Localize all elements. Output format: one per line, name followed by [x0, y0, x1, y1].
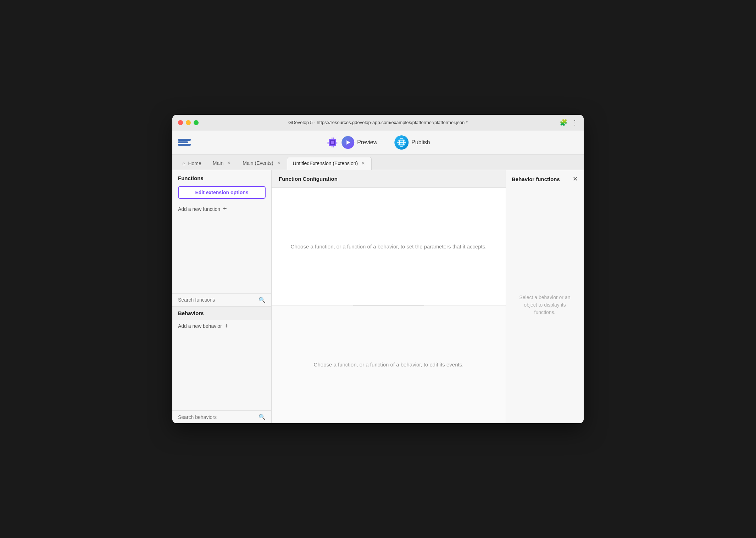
tab-main-events[interactable]: Main (Events) ✕ — [237, 157, 287, 170]
function-config-empty: Choose a function, or a function of a be… — [272, 188, 506, 306]
right-panel-empty-text: Select a behavior or an object to displa… — [513, 294, 577, 316]
search-behaviors-input[interactable] — [178, 414, 259, 420]
extensions-icon[interactable]: 🧩 — [560, 119, 567, 127]
center-content: Function Configuration Choose a function… — [272, 170, 506, 423]
publish-button[interactable]: Publish — [390, 133, 434, 152]
search-functions-input[interactable] — [178, 297, 259, 303]
toolbar: Preview Publish — [172, 130, 584, 155]
add-behavior-label: Add a new behavior — [178, 323, 222, 329]
svg-rect-2 — [331, 141, 334, 144]
add-function-row[interactable]: Add a new function + — [172, 202, 271, 215]
titlebar-actions: 🧩 ⋮ — [560, 119, 578, 127]
maximize-button[interactable] — [194, 120, 199, 125]
tab-untitled-extension-close[interactable]: ✕ — [361, 160, 366, 167]
svg-rect-5 — [332, 146, 332, 147]
close-button[interactable] — [178, 120, 183, 125]
more-options-icon[interactable]: ⋮ — [572, 119, 578, 127]
sidebar-middle — [172, 215, 271, 293]
function-config-header: Function Configuration — [272, 170, 506, 188]
tab-main-close[interactable]: ✕ — [226, 160, 231, 166]
search-functions-row: 🔍 — [172, 293, 271, 306]
titlebar: GDevelop 5 - https://resources.gdevelop-… — [172, 115, 584, 130]
tab-main[interactable]: Main ✕ — [207, 157, 237, 170]
svg-rect-6 — [333, 146, 334, 147]
main-content: Functions Edit extension options Add a n… — [172, 170, 584, 423]
preview-label: Preview — [357, 139, 377, 146]
events-panel: Choose a function, or a function of a be… — [272, 306, 506, 423]
svg-rect-4 — [333, 138, 334, 139]
tab-main-events-label: Main (Events) — [243, 160, 273, 166]
search-behaviors-icon: 🔍 — [259, 414, 266, 420]
publish-label: Publish — [411, 139, 430, 146]
behavior-functions-label: Behavior functions — [512, 176, 560, 182]
chip-svg — [327, 137, 338, 148]
tab-home[interactable]: ⌂ Home — [177, 158, 207, 170]
globe-svg — [396, 138, 406, 147]
behaviors-list-area — [172, 333, 271, 411]
right-panel-header: Behavior functions ✕ — [506, 170, 584, 186]
svg-rect-10 — [335, 144, 337, 144]
svg-rect-9 — [335, 142, 337, 142]
add-behavior-plus-icon: + — [225, 323, 229, 330]
right-panel-empty: Select a behavior or an object to displa… — [506, 186, 584, 423]
right-panel: Behavior functions ✕ Select a behavior o… — [506, 170, 584, 423]
add-function-label: Add a new function — [178, 206, 220, 212]
tab-home-label: Home — [188, 161, 201, 166]
home-icon: ⌂ — [182, 161, 185, 166]
add-function-plus-icon: + — [223, 205, 227, 213]
tab-main-events-close[interactable]: ✕ — [276, 160, 281, 166]
toolbar-logo — [178, 139, 191, 146]
logo-line-3 — [178, 144, 191, 146]
toolbar-center: Preview Publish — [322, 133, 434, 152]
gdevelop-logo — [178, 139, 191, 146]
function-config-empty-text: Choose a function, or a function of a be… — [291, 243, 487, 250]
svg-marker-11 — [346, 140, 350, 145]
search-behaviors-row: 🔍 — [172, 410, 271, 423]
svg-rect-7 — [327, 142, 329, 142]
events-empty-text: Choose a function, or a function of a be… — [314, 362, 464, 368]
tab-main-label: Main — [213, 160, 223, 166]
app-window: GDevelop 5 - https://resources.gdevelop-… — [172, 115, 584, 423]
svg-rect-3 — [332, 138, 332, 139]
logo-line-2 — [178, 141, 188, 143]
svg-rect-8 — [327, 144, 329, 144]
behaviors-section: Behaviors Add a new behavior + — [172, 306, 271, 333]
tabs-bar: ⌂ Home Main ✕ Main (Events) ✕ UntitledEx… — [172, 155, 584, 170]
tab-untitled-extension[interactable]: UntitledExtension (Extension) ✕ — [287, 157, 372, 170]
right-panel-close-button[interactable]: ✕ — [573, 175, 578, 183]
minimize-button[interactable] — [186, 120, 191, 125]
window-controls — [178, 120, 199, 125]
functions-header: Functions — [172, 170, 271, 185]
search-functions-icon: 🔍 — [259, 297, 266, 303]
play-icon — [341, 136, 354, 149]
preview-button[interactable]: Preview — [322, 134, 382, 151]
window-title: GDevelop 5 - https://resources.gdevelop-… — [288, 120, 468, 125]
chip-icon — [326, 136, 339, 149]
behaviors-header: Behaviors — [172, 307, 271, 320]
play-triangle — [345, 140, 351, 145]
edit-extension-button[interactable]: Edit extension options — [178, 186, 266, 199]
logo-line-1 — [178, 139, 191, 141]
tab-untitled-extension-label: UntitledExtension (Extension) — [293, 161, 358, 166]
sidebar: Functions Edit extension options Add a n… — [172, 170, 272, 423]
publish-globe-icon — [394, 135, 408, 150]
add-behavior-row[interactable]: Add a new behavior + — [172, 320, 271, 333]
